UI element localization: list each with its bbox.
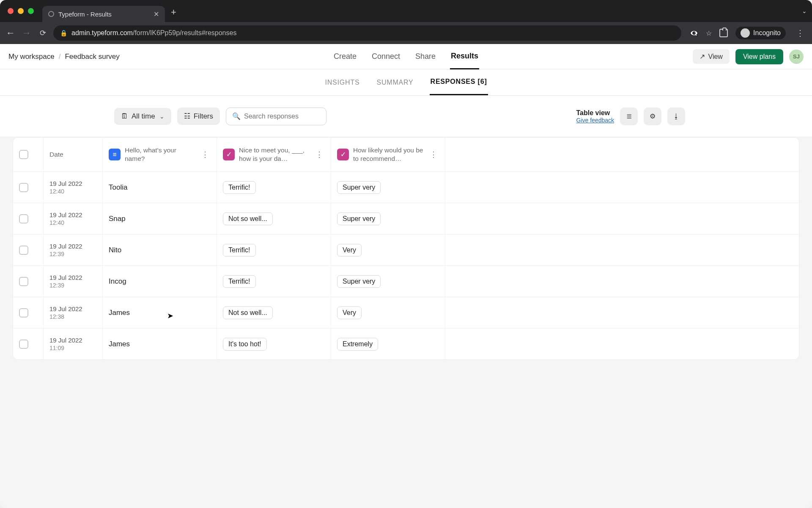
filters-button[interactable]: ☷ Filters: [177, 108, 220, 125]
row-date-cell: 19 Jul 202212:38: [44, 297, 103, 328]
incognito-label: Incognito: [753, 29, 781, 37]
column-q3-label: How likely would you be to recommend…: [353, 146, 424, 163]
answer-pill: Super very: [337, 275, 381, 288]
filters-label: Filters: [194, 112, 213, 121]
search-icon: 🔍: [232, 112, 241, 120]
responses-table-area: Date ≡ Hello, what's your name? ⋮ ✓ Nice…: [0, 137, 812, 508]
app-header: My workspace / Feedback survey Create Co…: [0, 44, 812, 69]
window-minimize-icon[interactable]: [18, 8, 24, 14]
subtab-responses[interactable]: RESPONSES [6]: [430, 69, 488, 95]
row-time: 12:39: [49, 251, 64, 257]
new-tab-button[interactable]: +: [171, 7, 176, 18]
table-row[interactable]: 19 Jul 202212:40SnapNot so well...Super …: [13, 203, 799, 234]
answer-pill: It's too hot!: [223, 338, 267, 351]
row-select-cell: [13, 297, 44, 328]
row-checkbox[interactable]: [19, 183, 28, 192]
column-q3[interactable]: ✓ How likely would you be to recommend… …: [331, 138, 445, 171]
column-q2[interactable]: ✓ Nice to meet you, ___, how is your da……: [217, 138, 331, 171]
nav-forward-button: →: [21, 28, 32, 39]
row-select-cell: [13, 329, 44, 359]
search-input[interactable]: [244, 113, 329, 120]
eye-off-icon[interactable]: 👁️‍🗨️: [690, 29, 698, 37]
column-menu-button[interactable]: ⋮: [200, 150, 211, 159]
browser-tab[interactable]: Typeform - Results ✕: [42, 6, 165, 22]
select-all-checkbox[interactable]: [19, 150, 28, 159]
table-row[interactable]: 19 Jul 202212:39NitoTerrific!Very: [13, 234, 799, 265]
row-checkbox[interactable]: [19, 308, 28, 318]
column-empty: [445, 138, 799, 171]
table-row[interactable]: 19 Jul 202212:40TooliaTerrific!Super ver…: [13, 171, 799, 203]
results-subnav: INSIGHTS SUMMARY RESPONSES [6]: [0, 69, 812, 96]
row-time: 12:39: [49, 282, 64, 289]
table-row[interactable]: 19 Jul 202212:39IncogTerrific!Super very: [13, 265, 799, 297]
row-date-cell: 19 Jul 202211:09: [44, 329, 103, 359]
row-select-cell: [13, 172, 44, 203]
nav-back-button[interactable]: ←: [5, 28, 16, 39]
address-bar[interactable]: 🔒 admin.typeform.com/form/IK6Pp59p/resul…: [53, 25, 681, 41]
column-q1-label: Hello, what's your name?: [125, 146, 195, 163]
answer-pill: Not so well...: [223, 213, 273, 225]
subtab-summary[interactable]: SUMMARY: [376, 70, 414, 95]
responses-table: Date ≡ Hello, what's your name? ⋮ ✓ Nice…: [13, 137, 799, 360]
row-q3-cell: Super very: [331, 203, 445, 234]
give-feedback-link[interactable]: Give feedback: [576, 117, 614, 124]
filter-icon: ☷: [184, 112, 190, 121]
avatar[interactable]: SJ: [789, 50, 804, 64]
row-empty-cell: [445, 172, 799, 203]
main-nav: Create Connect Share Results: [333, 44, 479, 69]
download-button[interactable]: ⭳: [667, 108, 685, 125]
row-q2-cell: Not so well...: [217, 203, 331, 234]
window-close-icon[interactable]: [8, 8, 14, 14]
browser-menu-button[interactable]: ⋮: [793, 28, 807, 38]
answer-pill: Extremely: [337, 338, 378, 351]
tab-close-icon[interactable]: ✕: [154, 10, 159, 18]
breadcrumb-form-name[interactable]: Feedback survey: [65, 52, 119, 61]
date-range-filter[interactable]: 🗓 All time ⌄: [114, 108, 171, 125]
view-button[interactable]: ↗ View: [693, 49, 730, 64]
tab-connect[interactable]: Connect: [371, 44, 401, 69]
row-checkbox[interactable]: [19, 340, 28, 349]
table-row[interactable]: 19 Jul 202211:09JamesIt's too hot!Extrem…: [13, 328, 799, 359]
row-checkbox[interactable]: [19, 214, 28, 224]
row-q2-cell: Not so well...: [217, 297, 331, 328]
incognito-indicator[interactable]: Incognito: [735, 27, 786, 39]
row-name-cell: Incog: [103, 266, 217, 297]
breadcrumb: My workspace / Feedback survey: [8, 52, 120, 61]
column-menu-button[interactable]: ⋮: [428, 150, 439, 159]
tab-create[interactable]: Create: [333, 44, 357, 69]
tab-results[interactable]: Results: [450, 44, 479, 69]
breadcrumb-workspace[interactable]: My workspace: [8, 52, 55, 61]
answer-pill: Terrific!: [223, 275, 256, 288]
tab-share[interactable]: Share: [414, 44, 436, 69]
row-checkbox[interactable]: [19, 246, 28, 255]
layout-toggle-button[interactable]: ≣: [620, 108, 638, 125]
subtab-insights[interactable]: INSIGHTS: [324, 70, 360, 95]
url-text: admin.typeform.com/form/IK6Pp59p/results…: [71, 29, 236, 37]
nav-reload-button[interactable]: ⟳: [37, 28, 48, 38]
bookmark-star-icon[interactable]: ☆: [706, 29, 712, 37]
answer-pill: Super very: [337, 181, 381, 194]
row-checkbox[interactable]: [19, 277, 28, 286]
date-range-label: All time: [132, 112, 155, 121]
column-q1[interactable]: ≡ Hello, what's your name? ⋮: [103, 138, 217, 171]
row-date: 19 Jul 2022: [49, 211, 82, 218]
table-view-label-group: Table view Give feedback: [576, 109, 614, 124]
column-menu-button[interactable]: ⋮: [314, 150, 325, 159]
row-q3-cell: Extremely: [331, 329, 445, 359]
row-q3-cell: Very: [331, 235, 445, 265]
short-text-icon: ≡: [109, 149, 121, 160]
table-row[interactable]: 19 Jul 202212:38JamesNot so well...Very: [13, 297, 799, 328]
row-q3-cell: Very: [331, 297, 445, 328]
settings-button[interactable]: ⚙: [644, 108, 661, 125]
calendar-icon: 🗓: [121, 112, 128, 121]
search-responses[interactable]: 🔍: [226, 108, 326, 125]
row-q3-cell: Super very: [331, 172, 445, 203]
row-date-cell: 19 Jul 202212:40: [44, 203, 103, 234]
extensions-icon[interactable]: [719, 29, 728, 37]
window-zoom-icon[interactable]: [28, 8, 34, 14]
view-plans-button[interactable]: View plans: [735, 49, 783, 64]
tabstrip-chevron-icon[interactable]: ⌄: [802, 8, 807, 14]
column-date[interactable]: Date: [44, 138, 103, 171]
answer-pill: Terrific!: [223, 181, 256, 194]
row-date-cell: 19 Jul 202212:39: [44, 235, 103, 265]
